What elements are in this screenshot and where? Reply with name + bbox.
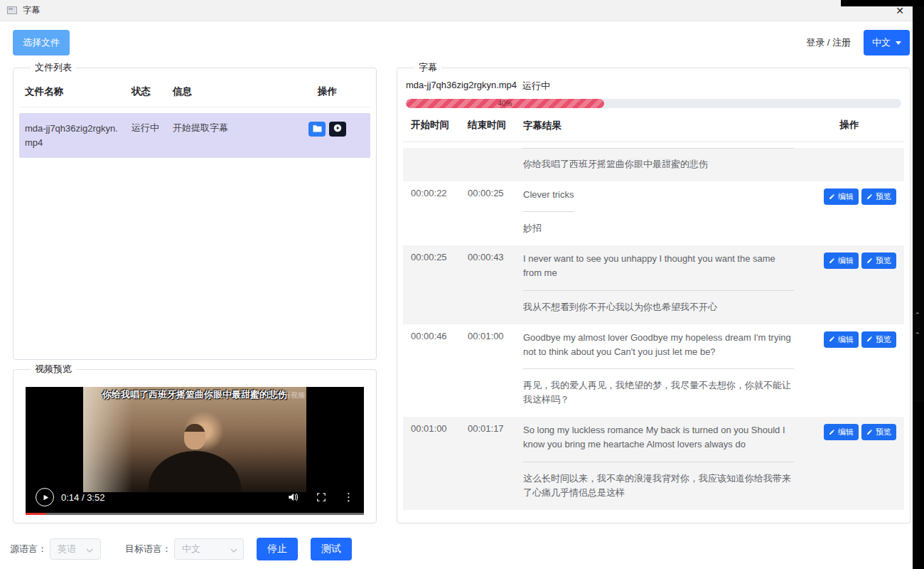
footer-bar: 源语言： 英语 目标语言： 中文 停止 测试	[0, 529, 913, 569]
end-time: 00:00:25	[468, 188, 523, 235]
scroll-up-icon[interactable]: ⌃	[915, 312, 920, 319]
source-language-value: 英语	[58, 543, 76, 555]
select-file-button[interactable]: 选择文件	[13, 30, 70, 55]
file-status: 运行中	[131, 122, 173, 149]
file-list-legend: 文件列表	[31, 61, 76, 74]
preview-button[interactable]: 预览	[861, 331, 896, 348]
video-preview-panel: 视频预览 你给我唱了西班牙摇篮曲你眼中最甜蜜的悲伤 好看视频 0:14 / 3:…	[13, 363, 377, 523]
video-preview-legend: 视频预览	[31, 363, 76, 376]
subtitle-row: 00:00:22 00:00:25 Clever tricks 妙招 编辑 预览	[403, 181, 904, 245]
edit-button[interactable]: 编辑	[824, 188, 859, 205]
subtitles-panel: 字幕 mda-jj7qh36zig2rgkyn.mp4 运行中 40% 开始时间…	[397, 61, 910, 523]
col-header-action: 操作	[802, 119, 896, 134]
start-time: 00:00:25	[411, 252, 468, 314]
subtitle-translation: 妙招	[523, 221, 794, 235]
source-language-select[interactable]: 英语	[50, 538, 101, 560]
edit-label: 编辑	[838, 427, 854, 437]
file-row[interactable]: mda-jj7qh36zig2rgkyn.mp4 运行中 开始提取字幕	[19, 113, 370, 158]
end-time: 00:01:17	[468, 423, 523, 500]
file-table-header: 文件名称 状态 信息 操作	[19, 74, 370, 107]
col-header-filename: 文件名称	[25, 85, 131, 98]
caret-down-icon	[86, 544, 93, 555]
subtitle-original: Clever tricks	[523, 188, 574, 212]
subtitle-translation: 这么长时间以来，我不幸的浪漫我背对你，我应该知道你给我带来了心痛几乎情侣总是这样	[523, 472, 794, 500]
video-play-button[interactable]	[36, 488, 54, 506]
play-circle-icon	[333, 123, 343, 135]
subtitle-translation: 再见，我的爱人再见，我绝望的梦，我尽量不去想你，你就不能让我这样吗？	[523, 378, 794, 407]
stop-button[interactable]: 停止	[257, 538, 298, 560]
video-figure	[184, 424, 205, 450]
col-header-end-time: 结束时间	[468, 119, 523, 134]
edit-button[interactable]: 编辑	[824, 424, 859, 440]
row-divider	[523, 148, 794, 149]
preview-button[interactable]: 预览	[861, 188, 896, 205]
target-language-label: 目标语言：	[125, 543, 171, 555]
start-time: 00:00:22	[411, 188, 468, 235]
title-bar: 字幕 ✕	[0, 0, 913, 21]
subtitle-original: I never want to see you unhappy I though…	[523, 252, 794, 290]
video-controls: 0:14 / 3:52 ⋮	[26, 482, 364, 513]
file-actions	[290, 122, 365, 149]
file-name: mda-jj7qh36zig2rgkyn.mp4	[25, 122, 131, 149]
login-register-link[interactable]: 登录 / 注册	[806, 36, 851, 49]
col-header-start-time: 开始时间	[411, 119, 468, 134]
volume-icon[interactable]	[288, 492, 299, 502]
app-window: 字幕 ✕ 选择文件 登录 / 注册 中文 文件列表 文件名称 状态 信息 操作 …	[0, 0, 913, 569]
col-header-action: 操作	[290, 85, 365, 98]
app-icon	[7, 6, 17, 14]
source-language-label: 源语言：	[10, 543, 47, 555]
folder-icon	[313, 124, 322, 134]
video-player[interactable]: 你给我唱了西班牙摇篮曲你眼中最甜蜜的悲伤 好看视频 0:14 / 3:52	[26, 387, 364, 515]
scroll-up-icon[interactable]: ⌃	[915, 331, 920, 339]
video-subtitle-overlay: 你给我唱了西班牙摇篮曲你眼中最甜蜜的悲伤	[53, 388, 336, 401]
open-folder-button[interactable]	[308, 122, 326, 137]
play-file-button[interactable]	[329, 122, 346, 137]
subtitle-original: Goodbye my almost lover Goodbye my hopel…	[523, 331, 794, 369]
subtitle-table-header: 开始时间 结束时间 字幕结果 操作	[403, 108, 904, 142]
edit-label: 编辑	[838, 255, 854, 266]
language-label: 中文	[872, 36, 891, 49]
fullscreen-icon[interactable]	[316, 492, 326, 502]
subtitles-legend: 字幕	[414, 61, 441, 74]
video-time: 0:14 / 3:52	[61, 492, 104, 503]
language-dropdown-button[interactable]: 中文	[864, 30, 910, 55]
video-progress-played	[26, 513, 46, 515]
background-strip: ⌃ ⌃	[913, 0, 924, 402]
subtitle-rows: 你给我唱了西班牙摇篮曲你眼中最甜蜜的悲伤 00:00:22 00:00:25 C…	[403, 142, 904, 510]
play-icon	[41, 491, 49, 504]
start-time: 00:01:00	[411, 423, 468, 500]
window-title: 字幕	[23, 4, 40, 16]
pencil-icon	[866, 257, 873, 265]
subtitle-file-name: mda-jj7qh36zig2rgkyn.mp4	[406, 80, 517, 92]
subtitle-row: 00:00:25 00:00:43 I never want to see yo…	[403, 245, 904, 324]
pencil-icon	[829, 428, 835, 437]
pencil-icon	[829, 257, 835, 265]
preview-label: 预览	[876, 191, 891, 202]
subtitle-translation: 我从不想看到你不开心我以为你也希望我不开心	[523, 300, 794, 314]
subtitle-file-status: mda-jj7qh36zig2rgkyn.mp4 运行中	[406, 80, 901, 92]
pencil-icon	[866, 193, 873, 201]
target-language-select[interactable]: 中文	[174, 538, 244, 560]
subtitle-row: 00:00:46 00:01:00 Goodbye my almost love…	[403, 324, 904, 418]
edit-button[interactable]: 编辑	[824, 331, 859, 348]
video-controls-right: ⋮	[288, 491, 354, 504]
file-info: 开始提取字幕	[173, 122, 290, 149]
kebab-menu-icon[interactable]: ⋮	[343, 491, 354, 504]
col-header-info: 信息	[173, 85, 290, 98]
target-language-value: 中文	[182, 543, 200, 555]
end-time: 00:01:00	[468, 331, 523, 408]
subtitle-file-state: 运行中	[522, 80, 550, 92]
video-progress-bar[interactable]	[26, 513, 364, 515]
test-button[interactable]: 测试	[311, 538, 352, 560]
preview-button[interactable]: 预览	[861, 252, 896, 269]
pencil-icon	[829, 335, 835, 344]
preview-button[interactable]: 预览	[861, 424, 896, 440]
pencil-icon	[866, 335, 873, 344]
background-notch	[841, 0, 924, 6]
subtitle-row: 00:01:00 00:01:17 So long my luckless ro…	[403, 417, 904, 510]
file-list-panel: 文件列表 文件名称 状态 信息 操作 mda-jj7qh36zig2rgkyn.…	[13, 61, 377, 360]
preview-label: 预览	[876, 427, 891, 437]
toolbar-right: 登录 / 注册 中文	[806, 30, 910, 55]
progress-fill: 40%	[406, 99, 604, 108]
edit-button[interactable]: 编辑	[824, 252, 859, 269]
